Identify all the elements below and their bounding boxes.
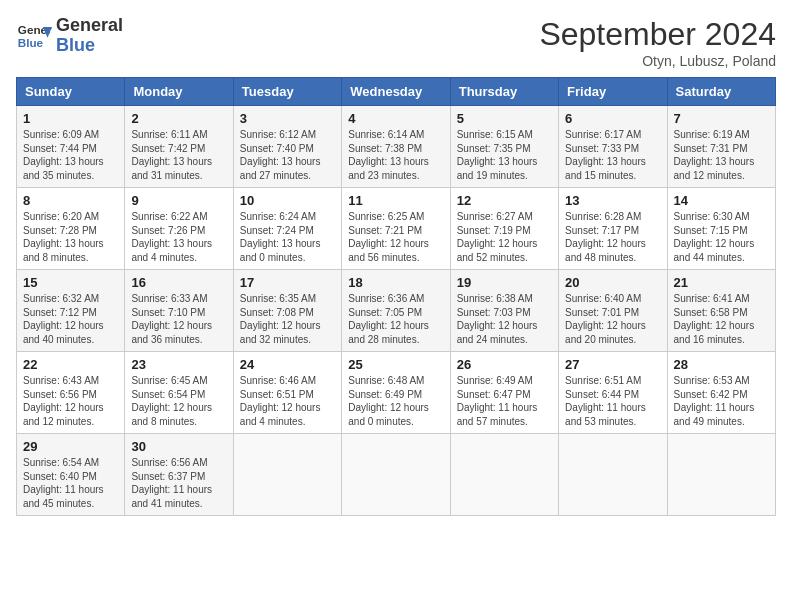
day-info: Sunrise: 6:51 AM Sunset: 6:44 PM Dayligh… <box>565 374 660 428</box>
day-number: 29 <box>23 439 118 454</box>
calendar-cell: 30Sunrise: 6:56 AM Sunset: 6:37 PM Dayli… <box>125 434 233 516</box>
day-info: Sunrise: 6:33 AM Sunset: 7:10 PM Dayligh… <box>131 292 226 346</box>
calendar-cell: 11Sunrise: 6:25 AM Sunset: 7:21 PM Dayli… <box>342 188 450 270</box>
day-number: 12 <box>457 193 552 208</box>
day-info: Sunrise: 6:19 AM Sunset: 7:31 PM Dayligh… <box>674 128 769 182</box>
weekday-sunday: Sunday <box>17 78 125 106</box>
weekday-monday: Monday <box>125 78 233 106</box>
day-number: 20 <box>565 275 660 290</box>
location: Otyn, Lubusz, Poland <box>539 53 776 69</box>
calendar-table: SundayMondayTuesdayWednesdayThursdayFrid… <box>16 77 776 516</box>
calendar-cell: 14Sunrise: 6:30 AM Sunset: 7:15 PM Dayli… <box>667 188 775 270</box>
day-info: Sunrise: 6:09 AM Sunset: 7:44 PM Dayligh… <box>23 128 118 182</box>
calendar-cell: 29Sunrise: 6:54 AM Sunset: 6:40 PM Dayli… <box>17 434 125 516</box>
day-number: 23 <box>131 357 226 372</box>
calendar-cell: 7Sunrise: 6:19 AM Sunset: 7:31 PM Daylig… <box>667 106 775 188</box>
calendar-cell: 17Sunrise: 6:35 AM Sunset: 7:08 PM Dayli… <box>233 270 341 352</box>
calendar-cell <box>342 434 450 516</box>
calendar-cell: 10Sunrise: 6:24 AM Sunset: 7:24 PM Dayli… <box>233 188 341 270</box>
day-info: Sunrise: 6:15 AM Sunset: 7:35 PM Dayligh… <box>457 128 552 182</box>
weekday-header-row: SundayMondayTuesdayWednesdayThursdayFrid… <box>17 78 776 106</box>
title-block: September 2024 Otyn, Lubusz, Poland <box>539 16 776 69</box>
day-number: 25 <box>348 357 443 372</box>
day-number: 6 <box>565 111 660 126</box>
logo: General Blue General Blue <box>16 16 123 56</box>
calendar-cell: 6Sunrise: 6:17 AM Sunset: 7:33 PM Daylig… <box>559 106 667 188</box>
day-number: 11 <box>348 193 443 208</box>
day-number: 10 <box>240 193 335 208</box>
calendar-cell <box>450 434 558 516</box>
day-info: Sunrise: 6:54 AM Sunset: 6:40 PM Dayligh… <box>23 456 118 510</box>
day-info: Sunrise: 6:38 AM Sunset: 7:03 PM Dayligh… <box>457 292 552 346</box>
page-header: General Blue General Blue September 2024… <box>16 16 776 69</box>
logo-line1: General <box>56 16 123 36</box>
calendar-cell: 18Sunrise: 6:36 AM Sunset: 7:05 PM Dayli… <box>342 270 450 352</box>
day-number: 21 <box>674 275 769 290</box>
calendar-week-5: 29Sunrise: 6:54 AM Sunset: 6:40 PM Dayli… <box>17 434 776 516</box>
day-number: 28 <box>674 357 769 372</box>
day-number: 4 <box>348 111 443 126</box>
day-number: 30 <box>131 439 226 454</box>
day-info: Sunrise: 6:49 AM Sunset: 6:47 PM Dayligh… <box>457 374 552 428</box>
day-info: Sunrise: 6:46 AM Sunset: 6:51 PM Dayligh… <box>240 374 335 428</box>
weekday-saturday: Saturday <box>667 78 775 106</box>
calendar-cell: 27Sunrise: 6:51 AM Sunset: 6:44 PM Dayli… <box>559 352 667 434</box>
day-info: Sunrise: 6:14 AM Sunset: 7:38 PM Dayligh… <box>348 128 443 182</box>
day-number: 7 <box>674 111 769 126</box>
day-number: 8 <box>23 193 118 208</box>
day-info: Sunrise: 6:32 AM Sunset: 7:12 PM Dayligh… <box>23 292 118 346</box>
calendar-cell: 4Sunrise: 6:14 AM Sunset: 7:38 PM Daylig… <box>342 106 450 188</box>
day-number: 14 <box>674 193 769 208</box>
weekday-tuesday: Tuesday <box>233 78 341 106</box>
calendar-header: SundayMondayTuesdayWednesdayThursdayFrid… <box>17 78 776 106</box>
svg-text:Blue: Blue <box>18 36 44 49</box>
calendar-cell: 24Sunrise: 6:46 AM Sunset: 6:51 PM Dayli… <box>233 352 341 434</box>
day-number: 16 <box>131 275 226 290</box>
calendar-cell: 3Sunrise: 6:12 AM Sunset: 7:40 PM Daylig… <box>233 106 341 188</box>
calendar-cell: 9Sunrise: 6:22 AM Sunset: 7:26 PM Daylig… <box>125 188 233 270</box>
day-number: 1 <box>23 111 118 126</box>
day-number: 9 <box>131 193 226 208</box>
calendar-cell <box>233 434 341 516</box>
day-info: Sunrise: 6:43 AM Sunset: 6:56 PM Dayligh… <box>23 374 118 428</box>
day-info: Sunrise: 6:11 AM Sunset: 7:42 PM Dayligh… <box>131 128 226 182</box>
day-info: Sunrise: 6:27 AM Sunset: 7:19 PM Dayligh… <box>457 210 552 264</box>
day-info: Sunrise: 6:17 AM Sunset: 7:33 PM Dayligh… <box>565 128 660 182</box>
calendar-cell: 22Sunrise: 6:43 AM Sunset: 6:56 PM Dayli… <box>17 352 125 434</box>
calendar-cell: 21Sunrise: 6:41 AM Sunset: 6:58 PM Dayli… <box>667 270 775 352</box>
calendar-cell: 5Sunrise: 6:15 AM Sunset: 7:35 PM Daylig… <box>450 106 558 188</box>
calendar-cell: 28Sunrise: 6:53 AM Sunset: 6:42 PM Dayli… <box>667 352 775 434</box>
day-number: 18 <box>348 275 443 290</box>
day-number: 3 <box>240 111 335 126</box>
calendar-week-2: 8Sunrise: 6:20 AM Sunset: 7:28 PM Daylig… <box>17 188 776 270</box>
day-info: Sunrise: 6:36 AM Sunset: 7:05 PM Dayligh… <box>348 292 443 346</box>
day-info: Sunrise: 6:45 AM Sunset: 6:54 PM Dayligh… <box>131 374 226 428</box>
calendar-cell: 20Sunrise: 6:40 AM Sunset: 7:01 PM Dayli… <box>559 270 667 352</box>
day-info: Sunrise: 6:30 AM Sunset: 7:15 PM Dayligh… <box>674 210 769 264</box>
calendar-week-1: 1Sunrise: 6:09 AM Sunset: 7:44 PM Daylig… <box>17 106 776 188</box>
day-number: 13 <box>565 193 660 208</box>
day-info: Sunrise: 6:28 AM Sunset: 7:17 PM Dayligh… <box>565 210 660 264</box>
calendar-cell: 12Sunrise: 6:27 AM Sunset: 7:19 PM Dayli… <box>450 188 558 270</box>
calendar-cell: 8Sunrise: 6:20 AM Sunset: 7:28 PM Daylig… <box>17 188 125 270</box>
day-number: 22 <box>23 357 118 372</box>
day-info: Sunrise: 6:40 AM Sunset: 7:01 PM Dayligh… <box>565 292 660 346</box>
day-number: 17 <box>240 275 335 290</box>
weekday-wednesday: Wednesday <box>342 78 450 106</box>
calendar-week-3: 15Sunrise: 6:32 AM Sunset: 7:12 PM Dayli… <box>17 270 776 352</box>
day-number: 27 <box>565 357 660 372</box>
day-number: 15 <box>23 275 118 290</box>
day-info: Sunrise: 6:12 AM Sunset: 7:40 PM Dayligh… <box>240 128 335 182</box>
weekday-friday: Friday <box>559 78 667 106</box>
calendar-cell: 2Sunrise: 6:11 AM Sunset: 7:42 PM Daylig… <box>125 106 233 188</box>
day-info: Sunrise: 6:20 AM Sunset: 7:28 PM Dayligh… <box>23 210 118 264</box>
weekday-thursday: Thursday <box>450 78 558 106</box>
calendar-cell: 1Sunrise: 6:09 AM Sunset: 7:44 PM Daylig… <box>17 106 125 188</box>
calendar-cell: 19Sunrise: 6:38 AM Sunset: 7:03 PM Dayli… <box>450 270 558 352</box>
day-number: 19 <box>457 275 552 290</box>
logo-line2: Blue <box>56 36 123 56</box>
day-number: 24 <box>240 357 335 372</box>
day-info: Sunrise: 6:48 AM Sunset: 6:49 PM Dayligh… <box>348 374 443 428</box>
month-title: September 2024 <box>539 16 776 53</box>
calendar-cell: 16Sunrise: 6:33 AM Sunset: 7:10 PM Dayli… <box>125 270 233 352</box>
